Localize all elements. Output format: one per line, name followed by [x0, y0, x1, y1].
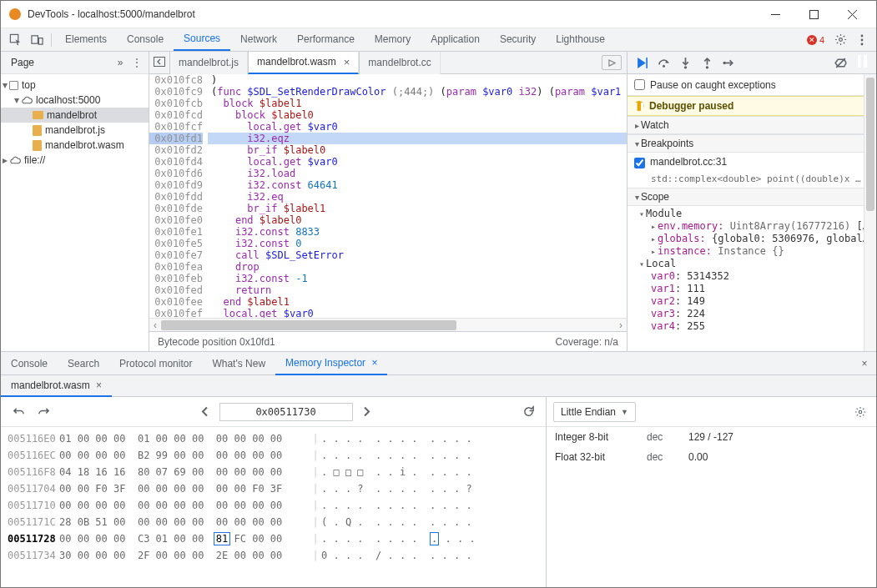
redo-icon[interactable] — [33, 401, 54, 423]
section-breakpoints[interactable]: ▾Breakpoints — [628, 134, 876, 153]
tree-file-wasm[interactable]: mandelbrot.wasm — [1, 138, 149, 153]
file-tab-cc[interactable]: mandelbrot.cc — [359, 52, 440, 74]
drawer-tab-memory-inspector[interactable]: Memory Inspector × — [275, 352, 387, 375]
pause-caught-checkbox[interactable] — [634, 79, 645, 90]
step-button[interactable] — [718, 53, 739, 73]
step-into-button[interactable] — [674, 53, 696, 73]
hex-row[interactable]: 005116EC00 00 00 00 B2 99 00 00 00 00 00… — [8, 447, 539, 464]
undo-icon[interactable] — [8, 401, 29, 423]
pause-caught-label: Pause on caught exceptions — [650, 79, 776, 91]
hex-row[interactable]: 0051170400 00 F0 3F 00 00 00 00 00 00 F0… — [8, 480, 539, 497]
drawer-tab-console[interactable]: Console — [1, 352, 58, 375]
minimize-button[interactable] — [756, 1, 794, 28]
deactivate-bp-button[interactable] — [829, 53, 851, 73]
close-button[interactable] — [833, 1, 871, 28]
scope-var[interactable]: var0: 5314352 — [628, 270, 876, 283]
editor-statusbar: Bytecode position 0x10fd1 Coverage: n/a — [149, 331, 627, 351]
debugger-vscroll[interactable] — [864, 74, 876, 351]
endian-select[interactable]: Little Endian▼ — [553, 402, 636, 422]
gutter: 0x010fc80x010fc90x010fcb0x010fcd0x010fcf… — [149, 74, 208, 318]
device-icon[interactable] — [26, 29, 48, 51]
close-icon[interactable]: × — [93, 379, 102, 391]
prev-page-icon[interactable] — [194, 401, 216, 423]
tab-console[interactable]: Console — [117, 28, 174, 51]
hex-row[interactable]: 005116F804 18 16 16 80 07 69 00 00 00 00… — [8, 464, 539, 480]
editor-hscroll[interactable]: ‹› — [149, 318, 627, 331]
navigator-tab-page[interactable]: Page — [4, 57, 41, 68]
file-tab-js[interactable]: mandelbrot.js — [169, 52, 248, 74]
svg-point-4 — [839, 38, 842, 42]
refresh-icon[interactable] — [517, 401, 539, 423]
file-tree: ▾top ▾localhost:5000 mandelbrot mandelbr… — [1, 74, 149, 171]
file-history-back-icon[interactable] — [149, 57, 169, 69]
tree-file-js[interactable]: mandelbrot.js — [1, 123, 149, 138]
error-badge[interactable]: ✕4 — [807, 35, 824, 45]
scope-env[interactable]: ▸env.memory: Uint8Array(16777216) [101, … — [628, 220, 876, 233]
tab-performance[interactable]: Performance — [287, 28, 365, 51]
pause-caught-row: Pause on caught exceptions — [628, 74, 876, 96]
hex-row[interactable]: 0051171C28 0B 51 00 00 00 00 00 00 00 00… — [8, 514, 539, 530]
folder-icon — [33, 111, 43, 119]
scope-var[interactable]: var2: 149 — [628, 295, 876, 308]
code-editor[interactable]: 0x010fc80x010fc90x010fcb0x010fcd0x010fcf… — [149, 74, 627, 318]
tree-origin[interactable]: ▾localhost:5000 — [1, 93, 149, 108]
next-page-icon[interactable] — [356, 401, 378, 423]
hex-row[interactable]: 005116E001 00 00 00 01 00 00 00 00 00 00… — [8, 430, 539, 447]
resume-button[interactable] — [631, 53, 653, 73]
step-over-button[interactable] — [653, 53, 674, 73]
tree-top[interactable]: ▾top — [1, 78, 149, 93]
hex-row[interactable]: 0051171000 00 00 00 00 00 00 00 00 00 00… — [8, 497, 539, 514]
tab-application[interactable]: Application — [421, 28, 490, 51]
pause-exceptions-button[interactable] — [851, 53, 873, 73]
scope-module[interactable]: ▾Module — [628, 208, 876, 220]
breakpoint-label: mandelbrot.cc:31 — [650, 156, 727, 168]
scope-var[interactable]: var3: 224 — [628, 308, 876, 320]
mi-settings-icon[interactable] — [851, 403, 869, 421]
scope-var[interactable]: var1: 111 — [628, 283, 876, 295]
coverage-status: Coverage: n/a — [556, 336, 618, 348]
hex-row-current[interactable]: 0051172800 00 00 00 C3 01 00 00 81 FC 00… — [8, 530, 539, 547]
navigator-more-icon[interactable]: » — [112, 57, 129, 68]
code-area[interactable]: )(func $SDL_SetRenderDrawColor (;444;) (… — [208, 74, 627, 318]
address-input[interactable]: 0x00511730 — [219, 403, 353, 421]
app-icon — [9, 8, 21, 20]
file-tab-wasm[interactable]: mandelbrot.wasm× — [248, 52, 359, 74]
tree-folder-mandelbrot[interactable]: mandelbrot — [1, 108, 149, 123]
section-watch[interactable]: ▸Watch — [628, 116, 876, 134]
mi-hex-panel: 0x00511730 005116E001 00 00 00 01 00 00 … — [1, 397, 547, 587]
maximize-button[interactable] — [794, 1, 833, 28]
scope-globals[interactable]: ▸globals: {global0: 5306976, global1: 65… — [628, 233, 876, 245]
inspect-icon[interactable] — [4, 29, 26, 51]
drawer-tab-search[interactable]: Search — [58, 352, 109, 375]
hex-view[interactable]: 005116E001 00 00 00 01 00 00 00 00 00 00… — [1, 427, 546, 587]
settings-icon[interactable] — [829, 29, 851, 51]
breakpoint-checkbox[interactable] — [634, 158, 645, 168]
debugger-status: ❚❚ Debugger paused — [628, 96, 876, 116]
tab-security[interactable]: Security — [490, 28, 546, 51]
navigator-menu-icon[interactable]: ⋮ — [129, 57, 145, 68]
tab-lighthouse[interactable]: Lighthouse — [546, 28, 615, 51]
section-scope[interactable]: ▾Scope — [628, 188, 876, 206]
close-icon[interactable]: × — [344, 57, 350, 68]
tab-network[interactable]: Network — [230, 28, 287, 51]
run-snippet-icon[interactable] — [602, 55, 622, 70]
tab-sources[interactable]: Sources — [174, 28, 230, 51]
drawer-close-icon[interactable]: × — [853, 352, 876, 375]
scope-var[interactable]: var4: 255 — [628, 320, 876, 333]
more-icon[interactable] — [851, 29, 873, 51]
mi-subtab[interactable]: mandelbrot.wasm × — [1, 375, 112, 397]
tab-memory[interactable]: Memory — [365, 28, 421, 51]
scope-local[interactable]: ▾Local — [628, 258, 876, 270]
step-out-button[interactable] — [696, 53, 718, 73]
cloud-icon — [21, 94, 33, 106]
scope-instance[interactable]: ▸instance: Instance {} — [628, 245, 876, 258]
drawer-tab-protocol[interactable]: Protocol monitor — [109, 352, 202, 375]
tab-elements[interactable]: Elements — [55, 28, 117, 51]
hex-row[interactable]: 0051173430 00 00 00 2F 00 00 00 2E 00 00… — [8, 547, 539, 564]
svg-point-6 — [861, 38, 864, 41]
breakpoint-item[interactable]: mandelbrot.cc:31 std::complex<double> po… — [628, 154, 876, 186]
drawer-tab-whatsnew[interactable]: What's New — [202, 352, 275, 375]
close-icon[interactable]: × — [369, 357, 377, 369]
tree-file-scheme[interactable]: ▸file:// — [1, 153, 149, 168]
titlebar: DevTools - localhost:5000/mandelbrot — [1, 1, 876, 28]
